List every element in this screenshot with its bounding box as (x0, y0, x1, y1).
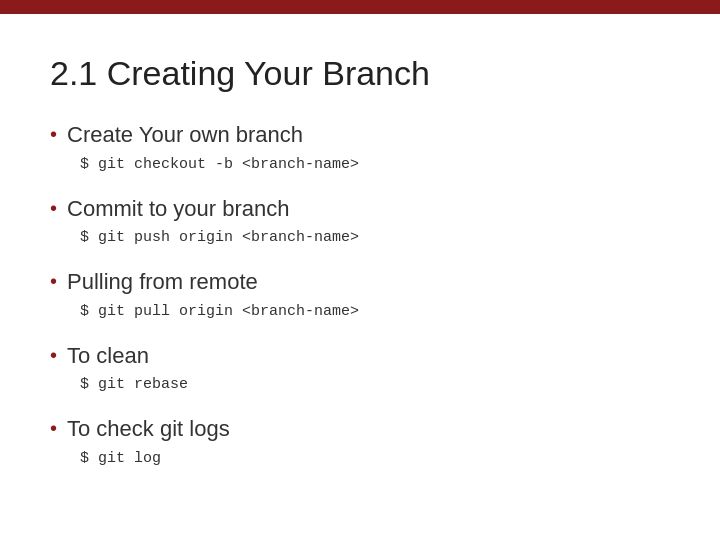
bullet-label-clean: To clean (67, 342, 149, 371)
bullet-dot-4: • (50, 342, 57, 368)
code-logs: $ git log (80, 450, 670, 467)
bullet-label-logs: To check git logs (67, 415, 230, 444)
main-content: 2.1 Creating Your Branch • Create Your o… (0, 14, 720, 519)
code-clean: $ git rebase (80, 376, 670, 393)
bullet-label-create: Create Your own branch (67, 121, 303, 150)
bullet-item-commit: • Commit to your branch (50, 195, 670, 224)
bullet-dot-1: • (50, 121, 57, 147)
bullet-item-logs: • To check git logs (50, 415, 670, 444)
bullet-dot-3: • (50, 268, 57, 294)
section-check-logs: • To check git logs $ git log (50, 415, 670, 467)
code-create-branch: $ git checkout -b <branch-name> (80, 156, 670, 173)
bullet-label-pull: Pulling from remote (67, 268, 258, 297)
bullet-dot-2: • (50, 195, 57, 221)
section-create-branch: • Create Your own branch $ git checkout … (50, 121, 670, 173)
section-to-clean: • To clean $ git rebase (50, 342, 670, 394)
code-pull-remote: $ git pull origin <branch-name> (80, 303, 670, 320)
top-bar (0, 0, 720, 14)
bullet-dot-5: • (50, 415, 57, 441)
bullet-item-clean: • To clean (50, 342, 670, 371)
bullet-item-create: • Create Your own branch (50, 121, 670, 150)
page-title: 2.1 Creating Your Branch (50, 54, 670, 93)
code-commit-branch: $ git push origin <branch-name> (80, 229, 670, 246)
section-pull-remote: • Pulling from remote $ git pull origin … (50, 268, 670, 320)
bullet-item-pull: • Pulling from remote (50, 268, 670, 297)
section-commit-branch: • Commit to your branch $ git push origi… (50, 195, 670, 247)
bullet-label-commit: Commit to your branch (67, 195, 290, 224)
